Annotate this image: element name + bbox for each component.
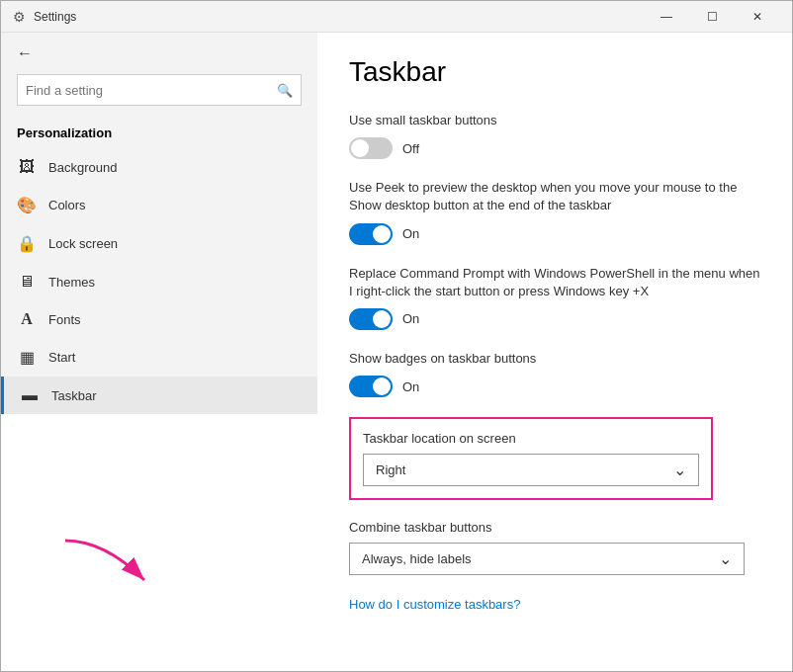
start-icon: ▦ xyxy=(17,348,37,367)
combine-dropdown-value: Always, hide labels xyxy=(362,551,472,566)
main-content: Taskbar Use small taskbar buttons Off Us… xyxy=(317,33,792,671)
peek-label: Use Peek to preview the desktop when you… xyxy=(349,179,760,214)
fonts-icon: A xyxy=(17,310,37,328)
settings-window: ⚙ Settings — ☐ ✕ ← 🔍 Personalization 🖼 xyxy=(0,0,793,672)
powershell-setting: Replace Command Prompt with Windows Powe… xyxy=(349,265,760,330)
lock-screen-icon: 🔒 xyxy=(17,234,37,253)
sidebar: ← 🔍 Personalization 🖼 Background 🎨 Color… xyxy=(1,33,317,414)
peek-toggle[interactable] xyxy=(349,223,393,245)
page-title: Taskbar xyxy=(349,56,760,88)
badges-toggle-row: On xyxy=(349,376,760,397)
badges-label: Show badges on taskbar buttons xyxy=(349,350,760,368)
powershell-toggle[interactable] xyxy=(349,308,393,330)
combine-dropdown[interactable]: Always, hide labels ⌄ xyxy=(349,543,745,575)
search-box[interactable]: 🔍 xyxy=(17,74,302,106)
location-dropdown[interactable]: Right ⌄ xyxy=(363,454,699,486)
combine-dropdown-label: Combine taskbar buttons xyxy=(349,520,760,535)
sidebar-item-colors[interactable]: 🎨 Colors xyxy=(1,186,317,224)
sidebar-item-taskbar[interactable]: ▬ Taskbar xyxy=(1,377,317,414)
search-icon: 🔍 xyxy=(277,83,293,98)
help-link[interactable]: How do I customize taskbars? xyxy=(349,597,520,612)
back-icon: ← xyxy=(17,44,33,62)
small-buttons-toggle-label: Off xyxy=(402,141,419,156)
chevron-down-icon: ⌄ xyxy=(673,461,686,479)
badges-setting: Show badges on taskbar buttons On xyxy=(349,350,760,397)
sidebar-item-label: Themes xyxy=(48,275,95,290)
sidebar-item-label: Colors xyxy=(48,198,86,212)
search-input[interactable] xyxy=(26,83,277,98)
sidebar-item-start[interactable]: ▦ Start xyxy=(1,338,317,377)
maximize-button[interactable]: ☐ xyxy=(689,1,735,33)
colors-icon: 🎨 xyxy=(17,196,37,214)
sidebar-item-themes[interactable]: 🖥 Themes xyxy=(1,263,317,300)
peek-toggle-row: On xyxy=(349,223,760,245)
small-buttons-label: Use small taskbar buttons xyxy=(349,112,760,129)
chevron-down-icon: ⌄ xyxy=(719,549,732,568)
sidebar-item-label: Start xyxy=(48,350,75,365)
taskbar-icon: ▬ xyxy=(20,386,40,404)
badges-toggle[interactable] xyxy=(349,376,393,397)
themes-icon: 🖥 xyxy=(17,273,37,291)
sidebar-item-lock-screen[interactable]: 🔒 Lock screen xyxy=(1,224,317,263)
location-dropdown-label: Taskbar location on screen xyxy=(363,431,699,446)
small-buttons-toggle-row: Off xyxy=(349,137,760,159)
sidebar-item-label: Taskbar xyxy=(51,388,97,403)
sidebar-item-label: Fonts xyxy=(48,312,81,327)
combine-dropdown-section: Combine taskbar buttons Always, hide lab… xyxy=(349,520,760,575)
close-button[interactable]: ✕ xyxy=(735,1,780,33)
minimize-button[interactable]: — xyxy=(644,1,689,33)
peek-toggle-label: On xyxy=(402,226,419,241)
title-bar: ⚙ Settings — ☐ ✕ xyxy=(1,1,792,33)
small-buttons-setting: Use small taskbar buttons Off xyxy=(349,112,760,159)
location-dropdown-section: Taskbar location on screen Right ⌄ xyxy=(349,417,713,500)
location-dropdown-value: Right xyxy=(376,462,405,477)
sidebar-item-fonts[interactable]: A Fonts xyxy=(1,300,317,338)
sidebar-item-label: Lock screen xyxy=(48,236,118,251)
background-icon: 🖼 xyxy=(17,158,37,176)
powershell-toggle-row: On xyxy=(349,308,760,330)
badges-toggle-label: On xyxy=(402,379,419,394)
powershell-toggle-label: On xyxy=(402,311,419,326)
sidebar-item-background[interactable]: 🖼 Background xyxy=(1,148,317,186)
window-controls: — ☐ ✕ xyxy=(644,1,780,33)
sidebar-section-title: Personalization xyxy=(1,122,317,148)
window-title: Settings xyxy=(34,10,644,24)
back-button[interactable]: ← xyxy=(1,33,317,74)
sidebar-item-label: Background xyxy=(48,160,117,175)
small-buttons-toggle[interactable] xyxy=(349,137,393,159)
peek-setting: Use Peek to preview the desktop when you… xyxy=(349,179,760,244)
arrow-annotation xyxy=(41,531,189,600)
settings-window-icon: ⚙ xyxy=(13,9,26,25)
powershell-label: Replace Command Prompt with Windows Powe… xyxy=(349,265,760,300)
window-content: ← 🔍 Personalization 🖼 Background 🎨 Color… xyxy=(1,33,792,671)
